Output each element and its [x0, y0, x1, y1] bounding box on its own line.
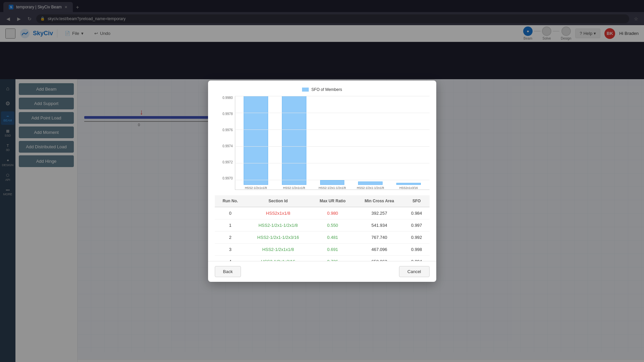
min-cross-0: 392.257: [355, 207, 404, 219]
section-id-4: HSS2-1/2x1x3/16: [246, 255, 310, 261]
chart-area: 0.9980 0.9978 0.9976 0.9974 0.9972 0.997…: [215, 96, 430, 190]
max-ur-1: 0.550: [310, 219, 355, 231]
y-label-4: 0.9972: [215, 160, 233, 164]
cancel-button[interactable]: Cancel: [399, 266, 429, 277]
chart-container: 0.9980 0.9978 0.9976 0.9974 0.9972 0.997…: [215, 96, 430, 190]
chart-legend: SFO of Members: [215, 87, 430, 92]
modal-overlay[interactable]: SFO of Members 0.9980 0.9978 0.9976 0.99…: [0, 0, 644, 362]
results-row-3[interactable]: 3 HSS2-1/2x1x1/8 0.691 467.096 0.998: [215, 243, 430, 255]
sfo-0: 0.984: [404, 207, 429, 219]
sfo-4: 0.994: [404, 255, 429, 261]
y-label-5: 0.9970: [215, 176, 233, 180]
bar-group-0[interactable]: HSS2-1/2x1x1/8: [239, 96, 274, 190]
bar-2: [320, 180, 345, 185]
y-label-1: 0.9978: [215, 112, 233, 116]
y-label-3: 0.9974: [215, 144, 233, 148]
results-row-2[interactable]: 2 HSS2-1/2x1-1/2x3/16 0.481 767.740 0.99…: [215, 231, 430, 243]
bar-group-3[interactable]: HSS2-1/2x1-1/2x1/8: [353, 96, 388, 190]
section-id-2: HSS2-1/2x1-1/2x3/16: [246, 231, 310, 243]
bars-container: HSS2-1/2x1x1/8 HSS2-1/2x1x1/8 HSS2-1/2x1…: [235, 96, 430, 190]
min-cross-3: 467.096: [355, 243, 404, 255]
bar-group-2[interactable]: HSS2-1/2x1-1/2x1/8: [315, 96, 350, 190]
bar-label-0: HSS2-1/2x1x1/8: [245, 186, 267, 190]
min-cross-4: 658.063: [355, 255, 404, 261]
results-table: Run No. Section Id Max UR Ratio Min Cros…: [215, 195, 430, 261]
max-ur-0: 0.980: [310, 207, 355, 219]
run-no-0: 0: [215, 207, 246, 219]
bar-label-2: HSS2-1/2x1-1/2x1/8: [318, 186, 346, 190]
section-id-3: HSS2-1/2x1x1/8: [246, 243, 310, 255]
sfo-3: 0.998: [404, 243, 429, 255]
bar-3: [358, 182, 383, 185]
results-col-sfo: SFO: [404, 195, 429, 207]
modal-body: SFO of Members 0.9980 0.9978 0.9976 0.99…: [208, 81, 436, 261]
results-col-min-cross: Min Cross Area: [355, 195, 404, 207]
y-label-0: 0.9980: [215, 96, 233, 100]
y-axis: 0.9980 0.9978 0.9976 0.9974 0.9972 0.997…: [215, 96, 235, 190]
modal-footer: Back Cancel: [208, 261, 436, 282]
bar-group-1[interactable]: HSS2-1/2x1x1/8: [277, 96, 311, 190]
modal: SFO of Members 0.9980 0.9978 0.9976 0.99…: [208, 81, 436, 282]
section-id-0: HSS2x1x1/8: [246, 207, 310, 219]
bar-1: [282, 96, 306, 185]
sfo-2: 0.992: [404, 231, 429, 243]
run-no-4: 4: [215, 255, 246, 261]
run-no-2: 2: [215, 231, 246, 243]
max-ur-2: 0.481: [310, 231, 355, 243]
bar-4: [396, 183, 421, 185]
run-no-3: 3: [215, 243, 246, 255]
max-ur-3: 0.691: [310, 243, 355, 255]
legend-color-box: [302, 88, 309, 92]
min-cross-1: 541.934: [355, 219, 404, 231]
results-row-1[interactable]: 1 HSS2-1/2x1-1/2x1/8 0.550 541.934 0.997: [215, 219, 430, 231]
results-row-4[interactable]: 4 HSS2-1/2x1x3/16 0.736 658.063 0.994: [215, 255, 430, 261]
back-button[interactable]: Back: [215, 266, 241, 277]
sfo-1: 0.997: [404, 219, 429, 231]
y-label-2: 0.9976: [215, 128, 233, 132]
results-col-run-no: Run No.: [215, 195, 246, 207]
bar-group-4[interactable]: HSS2x1x3/16: [391, 96, 426, 190]
max-ur-4: 0.736: [310, 255, 355, 261]
bar-label-1: HSS2-1/2x1x1/8: [283, 186, 305, 190]
results-row-0[interactable]: 0 HSS2x1x1/8 0.980 392.257 0.984: [215, 207, 430, 219]
chart-plot: HSS2-1/2x1x1/8 HSS2-1/2x1x1/8 HSS2-1/2x1…: [235, 96, 430, 190]
bar-label-4: HSS2x1x3/16: [399, 186, 418, 190]
section-id-1: HSS2-1/2x1-1/2x1/8: [246, 219, 310, 231]
run-no-1: 1: [215, 219, 246, 231]
bar-label-3: HSS2-1/2x1-1/2x1/8: [357, 186, 384, 190]
min-cross-2: 767.740: [355, 231, 404, 243]
results-col-section-id: Section Id: [246, 195, 310, 207]
chart-legend-label: SFO of Members: [311, 87, 342, 92]
results-col-max-ur: Max UR Ratio: [310, 195, 355, 207]
bar-0: [244, 96, 268, 185]
